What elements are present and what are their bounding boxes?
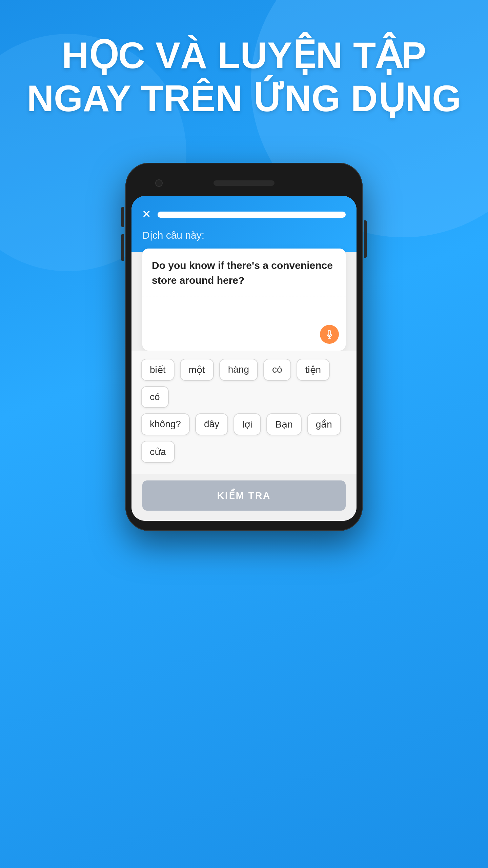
- word-chip[interactable]: đây: [195, 413, 228, 435]
- prompt-label: Dịch câu này:: [142, 229, 346, 241]
- header-text: HỌC VÀ LUYỆN TẬP NGAY TRÊN ỨNG DỤNG: [0, 34, 488, 120]
- word-chip[interactable]: cửa: [141, 441, 175, 463]
- answer-area[interactable]: [142, 296, 346, 351]
- check-button[interactable]: KIỂM TRA: [142, 480, 346, 511]
- app-header: × Dịch câu này:: [131, 196, 357, 252]
- progress-bar: [158, 212, 346, 218]
- word-chip[interactable]: tiện: [297, 359, 330, 381]
- word-chip[interactable]: biết: [141, 359, 175, 381]
- phone-top-bar: [131, 173, 357, 193]
- phone-screen: × Dịch câu này: Do you know if there's a…: [131, 196, 357, 521]
- phone-speaker: [214, 180, 274, 186]
- side-button-mute: [121, 207, 124, 227]
- mic-button[interactable]: [320, 325, 339, 344]
- word-chip[interactable]: lợi: [233, 413, 261, 435]
- progress-fill: [158, 212, 299, 218]
- header-line2: NGAY TRÊN ỨNG DỤNG: [20, 77, 468, 120]
- phone-camera: [155, 179, 163, 187]
- side-button-volume: [121, 234, 124, 261]
- header-line1: HỌC VÀ LUYỆN TẬP: [20, 34, 468, 77]
- word-chip[interactable]: gần: [307, 413, 341, 435]
- word-chip[interactable]: hàng: [219, 359, 258, 381]
- word-chip[interactable]: một: [180, 359, 214, 381]
- word-chip[interactable]: có: [263, 359, 291, 381]
- chips-row-2: không?đâylợiBạngầncửa: [141, 413, 347, 463]
- word-chip[interactable]: có: [141, 386, 169, 408]
- source-sentence: Do you know if there's a convenience sto…: [142, 249, 346, 296]
- app-header-top: ×: [142, 208, 346, 221]
- side-button-power: [364, 220, 367, 258]
- phone-mockup: × Dịch câu này: Do you know if there's a…: [125, 163, 363, 531]
- close-button[interactable]: ×: [142, 207, 151, 221]
- word-chips-area: biếtmộthàngcótiệncó không?đâylợiBạngầncử…: [131, 351, 357, 474]
- translation-card: Do you know if there's a convenience sto…: [142, 249, 346, 351]
- check-button-area: KIỂM TRA: [131, 474, 357, 521]
- word-chip[interactable]: không?: [141, 413, 190, 435]
- chips-row-1: biếtmộthàngcótiệncó: [141, 359, 347, 408]
- word-chip[interactable]: Bạn: [266, 413, 301, 435]
- microphone-icon: [325, 330, 334, 339]
